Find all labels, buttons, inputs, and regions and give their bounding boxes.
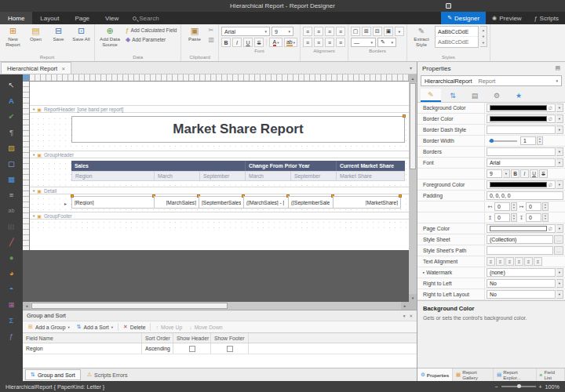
strikethrough-button[interactable]: S xyxy=(254,38,264,47)
detail-cell-march-change[interactable]: ([MarchSales] - [ xyxy=(243,196,289,209)
show-header-cell[interactable] xyxy=(173,343,211,354)
right-to-left-value[interactable]: No xyxy=(487,279,556,288)
move-up-button[interactable]: ↑ Move Up xyxy=(152,324,185,331)
spinner[interactable]: ▴ ▾ xyxy=(511,202,517,211)
gallery-scrollbar[interactable]: ▴ ▾ ▾ xyxy=(480,26,487,47)
border-width-value[interactable]: 1 xyxy=(520,136,536,145)
bold-button[interactable]: B xyxy=(221,38,231,47)
show-footer-cell[interactable] xyxy=(211,343,249,354)
ribbon-tab-view[interactable]: View xyxy=(97,12,126,24)
pin-icon[interactable]: ▾ xyxy=(403,314,406,318)
table-cell-market-share-2[interactable]: Market Share xyxy=(337,171,405,181)
style-gallery-item[interactable]: AaBbCcDdE xyxy=(436,37,478,47)
chevron-down-icon[interactable]: ▾ xyxy=(556,224,563,233)
shape-tool-icon[interactable]: ● xyxy=(0,249,23,265)
border-dash-style-editor[interactable] xyxy=(487,125,556,134)
detail-band[interactable]: ▸ [Region] [MarchSales] xyxy=(30,196,409,212)
barcode-tool-icon[interactable]: ||| xyxy=(0,218,23,234)
ribbon-tab-home[interactable]: Home xyxy=(0,12,32,24)
pivot-grid-tool-icon[interactable]: ⊞ xyxy=(0,296,23,312)
italic-toggle[interactable]: I xyxy=(520,169,529,178)
border-all-button[interactable]: ⊞ xyxy=(362,27,371,36)
spinner[interactable]: ▴ ▾ xyxy=(511,213,517,222)
new-report-button[interactable]: ⊞ New Report xyxy=(2,26,24,47)
align-right-button[interactable]: ≡ xyxy=(325,38,334,47)
checkbox-tool-icon[interactable]: ✔ xyxy=(0,108,23,124)
chevron-down-icon[interactable]: ▾ xyxy=(556,158,563,167)
tab-behavior-icon[interactable]: ⚙ xyxy=(487,89,507,102)
ribbon-tab-layout[interactable]: Layout xyxy=(32,12,67,24)
border-width-slider[interactable] xyxy=(489,140,517,142)
add-calculated-field-button[interactable]: ƒ Add Calculated Field xyxy=(124,26,178,34)
style-sheet-path-value[interactable] xyxy=(487,246,553,255)
extract-style-button[interactable]: ✎ Extract Style xyxy=(410,26,433,47)
scroll-down-icon[interactable]: ▾ xyxy=(483,34,484,38)
sort-order-cell[interactable]: Ascending xyxy=(142,343,173,354)
zoom-out-icon[interactable]: − xyxy=(494,384,498,390)
ribbon-search[interactable]: Search xyxy=(126,12,165,24)
align-top-button[interactable]: ≡ xyxy=(303,27,312,36)
tab-report-explorer[interactable]: ▤ Report Explor... xyxy=(494,368,537,381)
word-wrap-button[interactable]: ≡ xyxy=(336,27,345,36)
save-button[interactable]: ⊟ Save xyxy=(48,26,69,42)
picture-box-tool-icon[interactable]: ▨ xyxy=(0,140,23,155)
band-caption-reportheader[interactable]: ▾ ▣ ReportHeader [one band per report] xyxy=(30,105,409,113)
page-info-tool-icon[interactable]: Σ xyxy=(0,312,23,328)
border-more-button[interactable]: ▾ xyxy=(395,27,404,36)
tab-report-gallery[interactable]: ▦ Report Gallery xyxy=(453,368,494,381)
padding-left-editor[interactable]: 0 xyxy=(494,202,510,211)
tab-overflow-icon[interactable]: ▾ xyxy=(410,65,412,71)
border-color-combo[interactable]: ✎ ▾ xyxy=(377,38,396,47)
align-justify-button[interactable]: ≡ xyxy=(336,38,345,47)
spin-down-icon[interactable]: ▾ xyxy=(545,207,546,210)
table-cell-march-2[interactable]: March xyxy=(246,171,291,181)
horizontal-scrollbar[interactable]: ◂ ▸ xyxy=(23,302,409,310)
collapse-icon[interactable]: ▾ xyxy=(33,214,35,218)
font-size-editor[interactable]: 9 xyxy=(487,169,502,178)
show-footer-checkbox[interactable] xyxy=(227,346,233,352)
column-header-sort-order[interactable]: Sort Order xyxy=(142,333,173,343)
column-header-field-name[interactable]: Field Name xyxy=(23,333,142,343)
group-footer-band[interactable] xyxy=(30,220,409,229)
chevron-down-icon[interactable]: ▾ xyxy=(556,103,563,112)
align-bottom-button[interactable]: ≡ xyxy=(325,27,334,36)
ellipsis-button[interactable]: … xyxy=(554,246,563,255)
smart-tag-icon[interactable] xyxy=(399,194,402,198)
chevron-down-icon[interactable]: ▾ xyxy=(556,279,563,288)
border-outside-button[interactable]: ▣ xyxy=(384,27,393,36)
table-cell-region[interactable]: Region xyxy=(71,171,155,181)
zoom-slider[interactable] xyxy=(501,386,536,387)
background-color-editor[interactable]: ∅ xyxy=(487,103,556,112)
scroll-left-icon[interactable]: ◂ xyxy=(23,302,31,310)
padding-right-editor[interactable]: 0 xyxy=(526,202,541,211)
add-a-group-button[interactable]: ⊞ Add a Group ▾ xyxy=(25,323,73,331)
border-line-style-combo[interactable]: — ▾ xyxy=(351,38,376,47)
table-cell-september-2[interactable]: September xyxy=(291,171,337,181)
underline-toggle[interactable]: U xyxy=(530,169,538,178)
report-header-band[interactable]: Market Share Report xyxy=(30,116,409,151)
report-title-label[interactable]: Market Share Report xyxy=(71,116,405,143)
add-a-sort-button[interactable]: ⇅ Add a Sort ▾ xyxy=(74,323,116,331)
align-middle-button[interactable]: ≡ xyxy=(314,27,323,36)
copy-button[interactable]: ▥ xyxy=(206,35,216,44)
preview-button[interactable]: ◉ Preview xyxy=(486,12,528,24)
align-left-button[interactable]: ≡ xyxy=(303,38,312,47)
collapse-icon[interactable]: ▾ xyxy=(33,189,35,193)
expand-icon[interactable]: ▸ xyxy=(423,270,425,274)
cut-button[interactable]: ✂ xyxy=(206,26,216,34)
zoom-in-icon[interactable]: + xyxy=(539,384,542,390)
panel-menu-icon[interactable]: ▤ xyxy=(555,65,560,71)
style-gallery-item[interactable]: AaBbCcDdE xyxy=(436,27,478,37)
group-header-band[interactable]: Sales Change From Prior Year Current Mar… xyxy=(30,161,409,187)
table-cell-september-1[interactable]: September xyxy=(200,171,246,181)
gallery-expand-icon[interactable]: ▾ xyxy=(483,41,484,45)
padding-value[interactable]: 0, 0, 0, 0 xyxy=(487,191,563,200)
chevron-down-icon[interactable]: ▾ xyxy=(556,114,563,123)
tab-scripts-errors[interactable]: ⚠ Scripts Errors xyxy=(82,369,133,380)
chart-tool-icon[interactable]: ◕ xyxy=(0,265,23,281)
detail-cell-region[interactable]: [Region] xyxy=(71,196,155,209)
padding-bottom-editor[interactable]: 0 xyxy=(526,213,541,222)
designer-button[interactable]: ✎ Designer xyxy=(441,12,486,24)
spinner[interactable]: ▴ ▾ xyxy=(542,213,549,222)
move-down-button[interactable]: ↓ Move Down xyxy=(186,324,225,331)
